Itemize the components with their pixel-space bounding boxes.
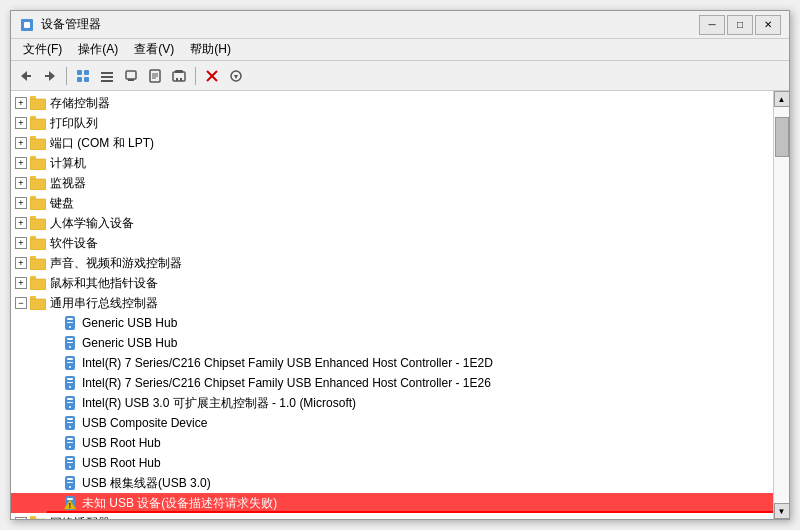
menu-view[interactable]: 查看(V) (126, 39, 182, 60)
svg-rect-89 (67, 458, 73, 460)
tree-item-print[interactable]: + 打印队列 (11, 113, 773, 133)
scroll-up-arrow[interactable]: ▲ (774, 91, 790, 107)
folder-icon (30, 295, 46, 311)
highlight-underline (47, 511, 773, 513)
window-title: 设备管理器 (41, 16, 101, 33)
toolbar-btn-down[interactable] (225, 65, 247, 87)
tree-item-computer[interactable]: + 计算机 (11, 153, 773, 173)
expand-btn-software[interactable]: + (15, 237, 27, 249)
forward-button[interactable] (39, 65, 61, 87)
tree-item-label-usb-root: 通用串行总线控制器 (50, 295, 158, 312)
toolbar-btn-5[interactable] (120, 65, 142, 87)
app-icon (19, 17, 35, 33)
toolbar-btn-4[interactable] (96, 65, 118, 87)
tree-item-keyboard[interactable]: + 键盘 (11, 193, 773, 213)
maximize-button[interactable]: □ (727, 15, 753, 35)
tree-item-usb-root-hub3[interactable]: USB 根集线器(USB 3.0) (11, 473, 773, 493)
svg-rect-93 (67, 478, 73, 480)
tree-item-label-sound: 声音、视频和游戏控制器 (50, 255, 182, 272)
svg-rect-36 (30, 159, 46, 170)
tree-item-mouse[interactable]: + 鼠标和其他指针设备 (11, 273, 773, 293)
tree-item-usb-unknown[interactable]: ! 未知 USB 设备(设备描述符请求失败) (11, 493, 773, 513)
tree-item-label-usb-root-hub1: USB Root Hub (82, 436, 161, 450)
expand-btn-storage[interactable]: + (15, 97, 27, 109)
expand-btn-print[interactable]: + (15, 117, 27, 129)
svg-rect-3 (27, 75, 31, 77)
expand-btn-sound[interactable]: + (15, 257, 27, 269)
scroll-down-arrow[interactable]: ▼ (774, 503, 790, 519)
tree-item-software[interactable]: + 软件设备 (11, 233, 773, 253)
tree-item-usb-composite[interactable]: USB Composite Device (11, 413, 773, 433)
svg-rect-57 (30, 299, 46, 310)
menu-file[interactable]: 文件(F) (15, 39, 70, 60)
svg-rect-78 (67, 402, 73, 403)
svg-rect-12 (101, 80, 113, 82)
svg-marker-26 (234, 75, 238, 79)
svg-rect-51 (30, 259, 46, 270)
tree-item-storage[interactable]: + 存储控制器 (11, 93, 773, 113)
warning-usb-icon: ! (62, 495, 78, 511)
svg-point-63 (69, 326, 71, 328)
tree-item-usb-root-hub1[interactable]: USB Root Hub (11, 433, 773, 453)
tree-item-sound[interactable]: + 声音、视频和游戏控制器 (11, 253, 773, 273)
tree-item-usb-hub2[interactable]: Generic USB Hub (11, 333, 773, 353)
expand-btn-monitor[interactable]: + (15, 177, 27, 189)
menu-help[interactable]: 帮助(H) (182, 39, 239, 60)
tree-item-monitor[interactable]: + 监视器 (11, 173, 773, 193)
expand-btn-usb-root[interactable]: − (15, 297, 27, 309)
back-button[interactable] (15, 65, 37, 87)
scroll-track[interactable] (774, 107, 789, 503)
expand-btn-keyboard[interactable]: + (15, 197, 27, 209)
toolbar-btn-3[interactable] (72, 65, 94, 87)
toolbar-btn-6[interactable] (144, 65, 166, 87)
folder-icon (30, 115, 46, 131)
usb-icon (62, 455, 78, 471)
tree-item-label-hid: 人体学输入设备 (50, 215, 134, 232)
tree-item-label-storage: 存储控制器 (50, 95, 110, 112)
tree-item-label-usb-hub1: Generic USB Hub (82, 316, 177, 330)
minimize-button[interactable]: ─ (699, 15, 725, 35)
svg-rect-33 (30, 139, 46, 150)
tree-item-network[interactable]: + 网络适配器 (11, 513, 773, 519)
expand-placeholder-usb-hub2 (47, 337, 59, 349)
tree-item-usb-root[interactable]: − 通用串行总线控制器 (11, 293, 773, 313)
tree-item-label-network: 网络适配器 (50, 515, 110, 520)
expand-btn-port[interactable]: + (15, 137, 27, 149)
usb-icon (62, 435, 78, 451)
close-button[interactable]: ✕ (755, 15, 781, 35)
expand-btn-mouse[interactable]: + (15, 277, 27, 289)
svg-rect-6 (77, 70, 82, 75)
tree-item-label-software: 软件设备 (50, 235, 98, 252)
svg-rect-34 (30, 136, 36, 140)
tree-item-intel-usb3[interactable]: Intel(R) USB 3.0 可扩展主机控制器 - 1.0 (Microso… (11, 393, 773, 413)
expand-btn-hid[interactable]: + (15, 217, 27, 229)
folder-icon (30, 255, 46, 271)
svg-rect-31 (30, 116, 36, 120)
toolbar-btn-7[interactable] (168, 65, 190, 87)
tree-item-label-print: 打印队列 (50, 115, 98, 132)
device-tree[interactable]: + 存储控制器+ 打印队列+ 端口 (COM 和 LPT)+ 计算机+ 监视器+… (11, 91, 773, 519)
expand-btn-network[interactable]: + (15, 517, 27, 519)
tree-item-hid[interactable]: + 人体学输入设备 (11, 213, 773, 233)
vertical-scrollbar[interactable]: ▲ ▼ (773, 91, 789, 519)
toolbar-btn-delete[interactable] (201, 65, 223, 87)
svg-rect-1 (24, 22, 30, 28)
svg-rect-94 (67, 482, 73, 483)
scroll-thumb[interactable] (775, 117, 789, 157)
svg-rect-42 (30, 199, 46, 210)
svg-rect-73 (67, 378, 73, 380)
expand-placeholder-intel-1e2d (47, 357, 59, 369)
tree-item-intel-1e26[interactable]: Intel(R) 7 Series/C216 Chipset Family US… (11, 373, 773, 393)
tree-item-label-keyboard: 键盘 (50, 195, 74, 212)
tree-item-label-computer: 计算机 (50, 155, 86, 172)
tree-item-port[interactable]: + 端口 (COM 和 LPT) (11, 133, 773, 153)
menu-action[interactable]: 操作(A) (70, 39, 126, 60)
tree-item-usb-root-hub2[interactable]: USB Root Hub (11, 453, 773, 473)
tree-item-usb-hub1[interactable]: Generic USB Hub (11, 313, 773, 333)
expand-btn-computer[interactable]: + (15, 157, 27, 169)
tree-item-label-intel-1e2d: Intel(R) 7 Series/C216 Chipset Family US… (82, 356, 493, 370)
svg-point-95 (69, 486, 71, 488)
tree-item-intel-1e2d[interactable]: Intel(R) 7 Series/C216 Chipset Family US… (11, 353, 773, 373)
folder-icon (30, 235, 46, 251)
title-bar: 设备管理器 ─ □ ✕ (11, 11, 789, 39)
